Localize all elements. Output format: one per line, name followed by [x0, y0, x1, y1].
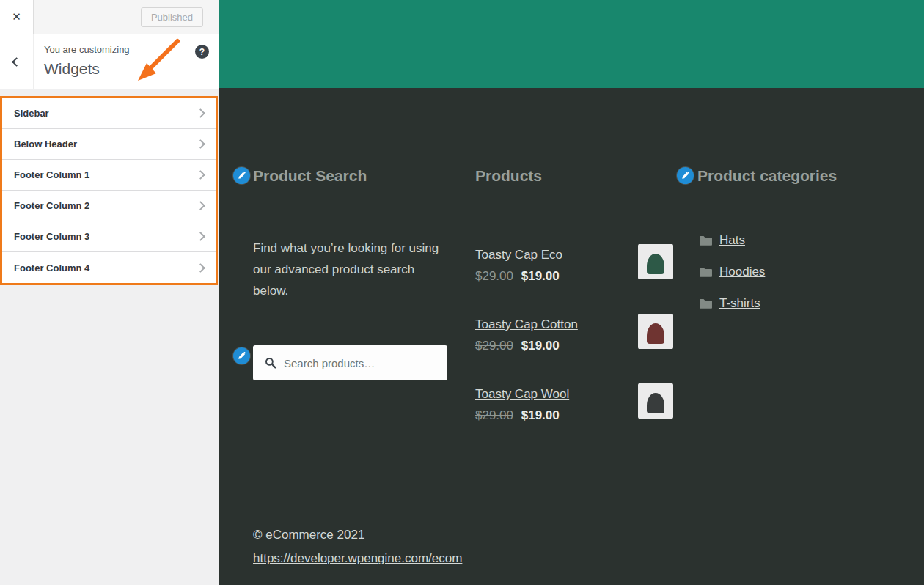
- customizer-panel: ✕ Published You are customizing Widgets …: [0, 0, 219, 585]
- product-image[interactable]: [638, 244, 673, 279]
- widget-title: Product categories: [697, 167, 837, 185]
- product-link[interactable]: Toasty Cap Wool: [475, 387, 569, 401]
- current-price: $19.00: [521, 408, 560, 422]
- product-search-widget: Product Search Find what you’re looking …: [253, 167, 450, 301]
- search-input[interactable]: [284, 357, 430, 369]
- category-link: T-shirts: [719, 296, 760, 311]
- site-header-band: [219, 0, 924, 88]
- product-info: Toasty Cap Eco $29.00 $19.00: [475, 244, 631, 284]
- cap-graphic: [647, 254, 664, 274]
- panel-title: Widgets: [44, 60, 130, 78]
- current-price: $19.00: [521, 269, 560, 283]
- customizer-panel-header: You are customizing Widgets ?: [0, 34, 219, 89]
- search-description: Find what you’re looking for using our a…: [253, 238, 442, 301]
- chevron-right-icon: [196, 139, 205, 149]
- section-label: Footer Column 1: [14, 169, 197, 180]
- product-row: Toasty Cap Eco $29.00 $19.00: [475, 244, 673, 284]
- current-price: $19.00: [521, 339, 560, 353]
- chevron-right-icon: [196, 108, 205, 118]
- folder-icon: [699, 266, 713, 278]
- edit-widget-button[interactable]: [233, 167, 250, 184]
- product-prices: $29.00 $19.00: [475, 269, 631, 284]
- sidebar-item-footer-column-2[interactable]: Footer Column 2: [2, 191, 216, 221]
- close-icon: ✕: [12, 10, 21, 23]
- customizer-topbar: ✕ Published: [0, 0, 219, 34]
- section-label: Sidebar: [14, 108, 197, 119]
- section-label: Footer Column 4: [14, 262, 197, 273]
- section-label: Below Header: [14, 139, 197, 150]
- panel-head-text: You are customizing Widgets: [44, 44, 130, 78]
- customizing-label: You are customizing: [44, 44, 130, 55]
- chevron-right-icon: [196, 170, 205, 180]
- product-row: Toasty Cap Cotton $29.00 $19.00: [475, 314, 673, 353]
- pencil-icon: [681, 172, 690, 180]
- sidebar-item-footer-column-3[interactable]: Footer Column 3: [2, 221, 216, 252]
- product-prices: $29.00 $19.00: [475, 408, 631, 423]
- published-button[interactable]: Published: [141, 7, 203, 27]
- cap-graphic: [647, 323, 664, 344]
- sidebar-item-footer-column-4[interactable]: Footer Column 4: [2, 252, 216, 283]
- site-preview: Product Search Find what you’re looking …: [219, 0, 924, 585]
- product-image[interactable]: [638, 383, 673, 419]
- close-button[interactable]: ✕: [0, 0, 34, 34]
- product-prices: $29.00 $19.00: [475, 339, 631, 353]
- product-link[interactable]: Toasty Cap Cotton: [475, 317, 578, 331]
- product-link[interactable]: Toasty Cap Eco: [475, 248, 562, 262]
- sidebar-item-footer-column-1[interactable]: Footer Column 1: [2, 160, 216, 191]
- site-footer-credits: © eCommerce 2021 https://developer.wpeng…: [253, 528, 462, 566]
- widget-title: Product Search: [253, 167, 450, 185]
- back-button[interactable]: [0, 34, 34, 89]
- chevron-right-icon: [196, 263, 205, 273]
- old-price: $29.00: [475, 339, 513, 353]
- edit-widget-button[interactable]: [233, 347, 250, 364]
- sidebar-item-sidebar[interactable]: Sidebar: [2, 98, 216, 129]
- product-row: Toasty Cap Wool $29.00 $19.00: [475, 383, 673, 423]
- sidebar-item-below-header[interactable]: Below Header: [2, 129, 216, 160]
- category-item[interactable]: T-shirts: [699, 296, 760, 311]
- folder-icon: [699, 235, 713, 246]
- folder-icon: [699, 298, 713, 309]
- pencil-icon: [238, 172, 246, 180]
- footer-link[interactable]: https://developer.wpengine.com/ecom: [253, 551, 462, 566]
- widget-areas-list: Sidebar Below Header Footer Column 1 Foo…: [0, 96, 218, 285]
- section-label: Footer Column 3: [14, 231, 197, 242]
- product-search-box: [253, 345, 447, 380]
- chevron-right-icon: [196, 201, 205, 210]
- help-icon[interactable]: ?: [195, 45, 209, 59]
- chevron-right-icon: [196, 232, 205, 241]
- widget-title: Products: [475, 167, 673, 185]
- section-label: Footer Column 2: [14, 200, 197, 211]
- old-price: $29.00: [475, 408, 513, 422]
- product-info: Toasty Cap Wool $29.00 $19.00: [475, 383, 631, 423]
- product-image[interactable]: [638, 314, 673, 349]
- cap-graphic: [647, 393, 664, 413]
- category-item[interactable]: Hoodies: [699, 265, 765, 279]
- chevron-left-icon: [12, 57, 21, 67]
- product-categories-widget: Product categories: [697, 167, 837, 185]
- products-widget: Products: [475, 167, 673, 185]
- copyright-text: © eCommerce 2021: [253, 528, 462, 542]
- search-icon: [265, 357, 276, 369]
- category-link: Hats: [719, 233, 745, 248]
- category-item[interactable]: Hats: [699, 233, 745, 248]
- category-link: Hoodies: [719, 265, 765, 279]
- old-price: $29.00: [475, 269, 513, 283]
- screen: ✕ Published You are customizing Widgets …: [0, 0, 924, 585]
- edit-widget-button[interactable]: [677, 167, 694, 184]
- pencil-icon: [238, 352, 246, 361]
- product-info: Toasty Cap Cotton $29.00 $19.00: [475, 314, 631, 353]
